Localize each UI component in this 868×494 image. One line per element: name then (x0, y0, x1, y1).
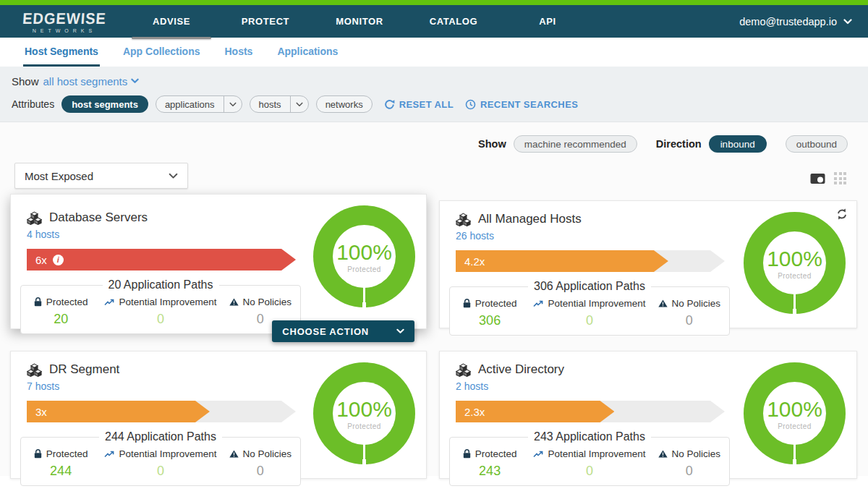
sort-select[interactable]: Most Exposed (14, 163, 188, 189)
show-scope-dropdown[interactable]: all host segments (43, 75, 140, 88)
exposure-multiplier: 4.2x (464, 255, 485, 268)
nav-item-api[interactable]: API (501, 5, 595, 38)
exposure-bar: 6x i (27, 249, 296, 271)
nav-item-protect[interactable]: PROTECT (218, 5, 312, 38)
user-menu[interactable]: demo@trustedapp.io (739, 16, 852, 27)
app-paths-title: 20 Application Paths (21, 278, 300, 291)
improvement-value: 0 (101, 464, 220, 479)
attributes-label: Attributes (12, 98, 54, 110)
attribute-chip-applications[interactable]: applications (156, 95, 242, 113)
donut-percent: 100% (767, 397, 822, 422)
card-dr-segment[interactable]: DR Segment 7 hosts 3x 244 Application Pa… (10, 351, 427, 479)
user-email: demo@trustedapp.io (739, 16, 837, 27)
top-navbar: EDGEWISE NETWORKS ADVISE PROTECT MONITOR… (0, 5, 868, 38)
chevron-down-icon (843, 19, 852, 25)
trending-up-icon (104, 299, 114, 306)
grid-view-icon[interactable] (834, 172, 846, 184)
show-control-label: Show (478, 138, 506, 150)
sync-icon[interactable] (835, 208, 848, 221)
hosts-link[interactable]: 26 hosts (456, 230, 494, 242)
stat-no-policies: No Policies 0 (650, 448, 729, 479)
tab-app-collections[interactable]: App Collections (122, 38, 202, 67)
app-paths-panel: 306 Application Paths Protected 306 Pote… (449, 286, 730, 336)
main-content: Show machine recommended Direction inbou… (0, 122, 868, 476)
donut-caption: Protected (347, 265, 380, 273)
protection-donut: 100% Protected (744, 212, 846, 314)
no-policies-value: 0 (650, 313, 729, 328)
section-tabs: Host Segments App Collections Hosts Appl… (0, 38, 868, 67)
warning-icon (229, 450, 239, 458)
card-title: Active Directory (478, 362, 564, 377)
direction-outbound-toggle[interactable]: outbound (786, 135, 848, 153)
nav-item-monitor[interactable]: MONITOR (312, 5, 407, 38)
no-policies-value: 0 (221, 464, 300, 479)
chevron-down-icon[interactable] (224, 96, 242, 112)
app-paths-title: 244 Application Paths (21, 430, 300, 443)
donut-caption: Protected (778, 422, 811, 430)
host-segment-icon (27, 211, 42, 225)
trending-up-icon (533, 451, 543, 458)
donut-caption: Protected (347, 422, 380, 430)
reset-all-button[interactable]: RESET ALL (384, 99, 454, 110)
stat-no-policies: No Policies 0 (650, 298, 729, 328)
tab-applications[interactable]: Applications (276, 38, 339, 67)
donut-caption: Protected (778, 272, 811, 280)
chevron-down-icon (131, 78, 139, 84)
lock-icon (463, 299, 471, 308)
stat-improvement: Potential Improvement 0 (101, 448, 220, 479)
card-title: All Managed Hosts (478, 212, 582, 226)
protection-donut: 100% Protected (313, 205, 415, 307)
attribute-chip-host-segments[interactable]: host segments (61, 95, 148, 113)
protected-value: 243 (450, 464, 529, 479)
choose-action-button[interactable]: CHOOSE ACTION (272, 320, 414, 342)
warning-icon (658, 299, 668, 307)
chevron-down-icon[interactable] (290, 96, 308, 112)
stat-protected: Protected 244 (21, 448, 101, 479)
host-segment-icon (27, 363, 42, 377)
card-database-servers[interactable]: Database Servers 4 hosts 6x i 20 Applica… (10, 194, 427, 329)
tab-hosts[interactable]: Hosts (223, 38, 254, 67)
recent-searches-button[interactable]: RECENT SEARCHES (465, 99, 578, 110)
hosts-link[interactable]: 7 hosts (27, 380, 59, 392)
protected-value: 306 (450, 313, 529, 328)
nav-item-catalog[interactable]: CATALOG (407, 5, 501, 38)
nav-item-advise[interactable]: ADVISE (124, 5, 218, 38)
card-all-managed-hosts[interactable]: All Managed Hosts 26 hosts 4.2x 306 Appl… (439, 200, 857, 328)
stat-improvement: Potential Improvement 0 (529, 448, 649, 479)
app-paths-title: 306 Application Paths (450, 280, 729, 293)
chevron-down-icon (169, 173, 178, 179)
protected-value: 244 (21, 464, 101, 479)
lock-icon (34, 449, 42, 459)
machine-recommended-toggle[interactable]: machine recommended (514, 135, 637, 153)
warning-icon (658, 450, 668, 458)
protection-donut: 100% Protected (744, 362, 846, 464)
card-active-directory[interactable]: Active Directory 2 hosts 2.3x 243 Applic… (439, 351, 857, 479)
hosts-link[interactable]: 2 hosts (456, 380, 488, 392)
lock-icon (34, 297, 42, 307)
app-paths-panel: 243 Application Paths Protected 243 Pote… (449, 437, 730, 486)
exposure-multiplier: 2.3x (464, 406, 485, 418)
info-icon[interactable]: i (53, 255, 64, 265)
logo-title: EDGEWISE (21, 9, 108, 27)
app-paths-panel: 20 Application Paths Protected 20 Potent… (20, 285, 301, 334)
donut-percent: 100% (336, 240, 392, 265)
exposure-multiplier: 3x (35, 406, 47, 418)
protected-value: 20 (21, 312, 101, 327)
attribute-chip-hosts[interactable]: hosts (250, 95, 309, 113)
lock-icon (463, 449, 471, 459)
attribute-chip-networks[interactable]: networks (316, 95, 373, 113)
stat-improvement: Potential Improvement 0 (529, 298, 649, 328)
edgewise-logo[interactable]: EDGEWISE NETWORKS (22, 10, 107, 33)
direction-inbound-toggle[interactable]: inbound (709, 135, 767, 153)
tab-host-segments[interactable]: Host Segments (23, 38, 100, 67)
top-accent-strip (0, 0, 868, 5)
protection-donut: 100% Protected (313, 362, 415, 464)
segment-cards: Database Servers 4 hosts 6x i 20 Applica… (0, 189, 868, 479)
card-view-icon[interactable] (810, 173, 825, 184)
donut-percent: 100% (767, 247, 822, 271)
card-title: Database Servers (49, 210, 148, 225)
refresh-icon (384, 99, 395, 110)
logo-subtitle: NETWORKS (22, 28, 107, 33)
card-title: DR Segment (49, 362, 119, 377)
hosts-link[interactable]: 4 hosts (27, 229, 59, 240)
